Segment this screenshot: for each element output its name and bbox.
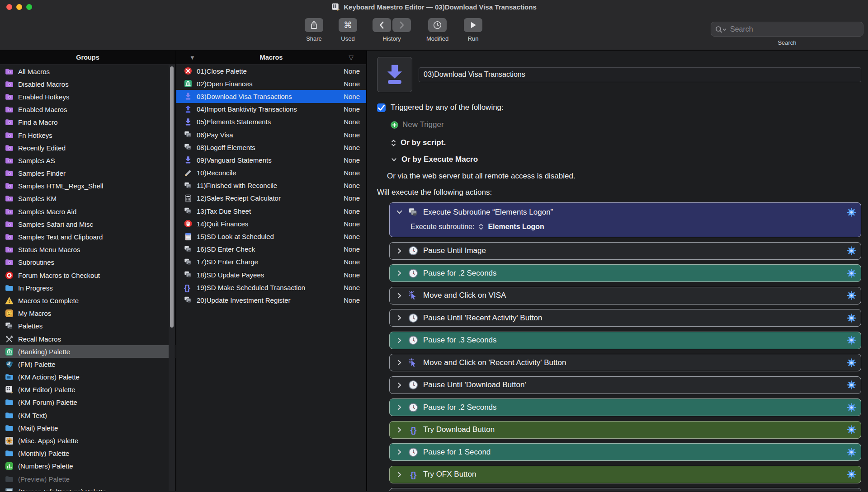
- sort-descending-icon[interactable]: ▼: [189, 54, 195, 61]
- group-row[interactable]: Recall Macros: [0, 333, 175, 345]
- group-row[interactable]: Macros to Complete: [0, 294, 175, 307]
- gear-icon[interactable]: [846, 380, 857, 390]
- macro-row[interactable]: 17)SD Enter ChargeNone: [176, 256, 366, 268]
- group-row[interactable]: Samples HTML_Regx_Shell: [0, 180, 175, 192]
- chevron-right-icon[interactable]: [396, 314, 403, 322]
- macro-row[interactable]: {}19)SD Make Scheduled TransactionNone: [176, 281, 366, 294]
- chevron-down-icon[interactable]: [396, 208, 403, 216]
- group-row[interactable]: (Numbers) Palette: [0, 460, 175, 473]
- chevron-right-icon[interactable]: [396, 381, 403, 389]
- scrollbar-thumb[interactable]: [170, 66, 174, 328]
- group-row[interactable]: (Monthly) Palette: [0, 447, 175, 460]
- group-row[interactable]: Disabled Macros: [0, 78, 175, 90]
- action-row[interactable]: Pause for 1 Second: [389, 443, 861, 461]
- new-trigger-row[interactable]: New Trigger: [391, 120, 861, 129]
- triggered-checkbox[interactable]: [377, 103, 386, 112]
- search-input[interactable]: [730, 25, 859, 33]
- gear-icon[interactable]: [846, 402, 857, 412]
- or-by-execute-row[interactable]: Or by Execute Macro: [391, 155, 861, 164]
- group-row[interactable]: (Screen Info/Capture) Palette: [0, 485, 175, 491]
- gear-icon[interactable]: [846, 207, 857, 217]
- chevron-right-icon[interactable]: [396, 448, 403, 456]
- macro-row[interactable]: 11)Finished with ReconcileNone: [176, 179, 366, 192]
- chevron-right-icon[interactable]: [396, 403, 403, 411]
- action-row[interactable]: {}Try Download Button: [389, 421, 861, 439]
- macro-row[interactable]: 16)SD Enter CheckNone: [176, 243, 366, 256]
- group-row[interactable]: Palettes: [0, 320, 175, 333]
- modified-button[interactable]: [428, 18, 447, 32]
- group-row[interactable]: All Macros: [0, 65, 175, 78]
- group-row[interactable]: (KM Text): [0, 409, 175, 422]
- macro-row[interactable]: 08)Logoff ElementsNone: [176, 141, 366, 154]
- macro-row[interactable]: 09)Vanguard StatementsNone: [176, 154, 366, 166]
- group-row[interactable]: Subroutines: [0, 256, 175, 269]
- gear-icon[interactable]: [846, 447, 857, 457]
- share-button[interactable]: [305, 18, 323, 32]
- group-row[interactable]: Enabled Macros: [0, 103, 175, 116]
- macro-row[interactable]: 10)ReconcileNone: [176, 167, 366, 179]
- gear-icon[interactable]: [846, 469, 857, 480]
- macro-row[interactable]: 18)SD Update PayeesNone: [176, 268, 366, 281]
- macro-row[interactable]: 03)Download Visa TransactionsNone: [176, 90, 366, 103]
- gear-icon[interactable]: [846, 357, 857, 368]
- group-row[interactable]: (Misc. Apps) Palette: [0, 434, 175, 447]
- macro-icon-box[interactable]: [377, 57, 412, 92]
- group-row[interactable]: Forum Macros to Checkout: [0, 269, 175, 281]
- gear-icon[interactable]: [846, 268, 857, 278]
- search-field[interactable]: [711, 22, 863, 37]
- macro-name-input[interactable]: [419, 67, 861, 82]
- group-row[interactable]: My Macros: [0, 307, 175, 320]
- action-row[interactable]: Move and Click on VISA: [389, 287, 861, 305]
- group-row[interactable]: Fn Hotkeys: [0, 129, 175, 141]
- subroutine-updown-icon[interactable]: [478, 223, 484, 230]
- used-button[interactable]: ⌘: [339, 18, 357, 32]
- chevron-right-icon[interactable]: [396, 359, 403, 366]
- group-row[interactable]: Find a Macro: [0, 116, 175, 129]
- group-row[interactable]: Samples Text and Clipboard: [0, 230, 175, 243]
- macro-row[interactable]: 06)Pay VisaNone: [176, 128, 366, 141]
- gear-icon[interactable]: [846, 291, 857, 301]
- gear-icon[interactable]: [846, 246, 857, 256]
- run-button[interactable]: [464, 18, 482, 32]
- filter-icon[interactable]: ▽: [349, 54, 354, 61]
- macro-row[interactable]: 12)Sales Reciept CalculatorNone: [176, 192, 366, 205]
- group-row[interactable]: (KM Editor) Palette: [0, 384, 175, 396]
- chevron-right-icon[interactable]: [396, 471, 403, 478]
- subroutine-value[interactable]: Elements Logon: [488, 223, 544, 231]
- group-row[interactable]: Recently Edited: [0, 141, 175, 154]
- history-back-button[interactable]: [373, 18, 391, 32]
- macro-row[interactable]: 15)SD Look at ScheduledNone: [176, 230, 366, 243]
- chevron-right-icon[interactable]: [396, 292, 403, 300]
- group-row[interactable]: Samples AS: [0, 154, 175, 167]
- or-by-script-row[interactable]: Or by script.: [391, 138, 861, 147]
- group-row[interactable]: (KM Actions) Palette: [0, 371, 175, 384]
- macro-row[interactable]: 01)Close PaletteNone: [176, 65, 366, 77]
- chevron-right-icon[interactable]: [396, 247, 403, 255]
- action-row[interactable]: Move and Click on 'Recent Activity' Butt…: [389, 354, 861, 371]
- action-row[interactable]: Pause Until Image: [389, 242, 861, 260]
- group-row[interactable]: Samples Finder: [0, 167, 175, 180]
- group-row[interactable]: Samples Macro Aid: [0, 205, 175, 218]
- chevron-right-icon[interactable]: [396, 269, 403, 277]
- chevron-down-icon[interactable]: [391, 156, 397, 163]
- action-row[interactable]: Pause for .3 Seconds: [389, 332, 861, 349]
- action-row[interactable]: Pause Until 'Recent Activity' Button: [389, 309, 861, 327]
- action-row[interactable]: Pause for 2 Seconds: [389, 488, 861, 491]
- macro-row[interactable]: 04)Import Banktivity TransactionsNone: [176, 103, 366, 116]
- gear-icon[interactable]: [846, 425, 857, 435]
- action-row[interactable]: Execute Subroutine “Elements Logon”Execu…: [389, 202, 861, 237]
- group-row[interactable]: (Preview) Palette: [0, 473, 175, 485]
- macro-row[interactable]: 20)Update Investment RegisterNone: [176, 294, 366, 306]
- gear-icon[interactable]: [846, 313, 857, 323]
- minimize-button[interactable]: [16, 4, 22, 10]
- history-forward-button[interactable]: [392, 18, 411, 32]
- gear-icon[interactable]: [846, 335, 857, 346]
- macro-row[interactable]: 05)Elements StatementsNone: [176, 116, 366, 128]
- add-trigger-icon[interactable]: [391, 121, 398, 129]
- group-row[interactable]: (FM) Palette: [0, 358, 175, 370]
- chevron-right-icon[interactable]: [396, 337, 403, 344]
- macro-row[interactable]: 14)Quit FinancesNone: [176, 217, 366, 230]
- action-row[interactable]: Pause Until 'Download Button': [389, 376, 861, 394]
- action-row[interactable]: Pause for .2 Seconds: [389, 398, 861, 416]
- chevron-right-icon[interactable]: [396, 426, 403, 434]
